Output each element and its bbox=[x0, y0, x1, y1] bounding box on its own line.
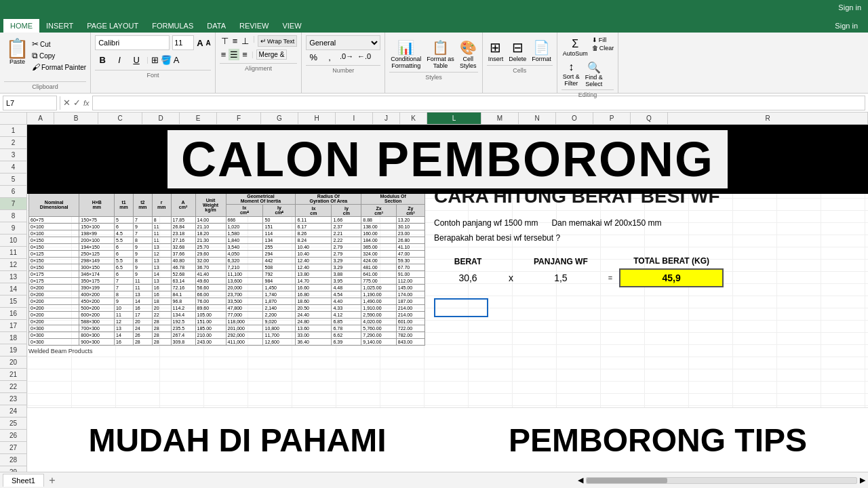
selected-cell-display[interactable] bbox=[434, 298, 488, 317]
row-header-4[interactable]: 4 bbox=[0, 161, 26, 174]
format-cells-button[interactable]: 📄 Format bbox=[530, 38, 553, 64]
row-header-10[interactable]: 10 bbox=[0, 235, 26, 247]
signin-top[interactable]: Sign in bbox=[828, 19, 865, 33]
col-F[interactable]: F bbox=[217, 113, 261, 124]
tab-data[interactable]: DATA bbox=[200, 19, 233, 33]
align-left-button[interactable]: ≡ bbox=[220, 49, 228, 60]
copy-button[interactable]: ⧉ Copy bbox=[32, 51, 86, 60]
font-name-input[interactable] bbox=[95, 35, 170, 50]
formula-input[interactable] bbox=[92, 96, 865, 110]
cancel-formula-button[interactable]: ✕ bbox=[63, 98, 71, 108]
col-H[interactable]: H bbox=[298, 113, 336, 124]
row-header-2[interactable]: 2 bbox=[0, 137, 26, 149]
tab-review[interactable]: REVIEW bbox=[233, 19, 275, 33]
format-painter-button[interactable]: 🖌 Format Painter bbox=[32, 62, 86, 72]
autosum-button[interactable]: Σ AutoSum bbox=[561, 37, 589, 58]
align-middle-button[interactable]: ≡ bbox=[231, 35, 239, 47]
insert-function-button[interactable]: fx bbox=[83, 99, 90, 107]
align-bottom-button[interactable]: ⊥ bbox=[240, 35, 250, 47]
row-header-21[interactable]: 21 bbox=[0, 369, 26, 381]
merge-button[interactable]: Merge & bbox=[256, 49, 288, 60]
percent-button[interactable]: % bbox=[306, 52, 321, 62]
row-header-15[interactable]: 15 bbox=[0, 296, 26, 308]
row-header-23[interactable]: 23 bbox=[0, 393, 26, 405]
find-select-button[interactable]: 🔍 Find & Select bbox=[584, 60, 604, 89]
bold-button[interactable]: B bbox=[95, 52, 110, 67]
tab-pagelayout[interactable]: PAGE LAYOUT bbox=[80, 19, 145, 33]
row-header-6[interactable]: 6 bbox=[0, 186, 26, 198]
row-header-17[interactable]: 17 bbox=[0, 320, 26, 332]
sort-filter-button[interactable]: ↕ Sort & Filter bbox=[561, 60, 581, 89]
col-O[interactable]: O bbox=[556, 113, 593, 124]
row-header-22[interactable]: 22 bbox=[0, 381, 26, 393]
row-header-20[interactable]: 20 bbox=[0, 357, 26, 369]
increase-font-button[interactable]: A bbox=[197, 38, 203, 48]
row-header-19[interactable]: 19 bbox=[0, 344, 26, 357]
decrease-font-button[interactable]: A bbox=[206, 39, 211, 47]
align-top-button[interactable]: ⊤ bbox=[220, 35, 230, 47]
tab-view[interactable]: VIEW bbox=[275, 19, 308, 33]
row-header-26[interactable]: 26 bbox=[0, 430, 26, 442]
row-header-11[interactable]: 11 bbox=[0, 247, 26, 259]
clear-button[interactable]: 🗑Clear bbox=[592, 45, 614, 52]
delete-cells-button[interactable]: ⊟ Delete bbox=[507, 38, 528, 64]
cut-button[interactable]: ✂ Cut bbox=[32, 39, 86, 49]
row-header-25[interactable]: 25 bbox=[0, 418, 26, 430]
align-center-button[interactable]: ☰ bbox=[229, 49, 239, 60]
col-D[interactable]: D bbox=[142, 113, 180, 124]
fill-color-button[interactable]: 🪣 bbox=[161, 55, 172, 65]
align-right-button[interactable]: ≡ bbox=[241, 49, 249, 60]
increase-decimal-button[interactable]: .0→ bbox=[338, 52, 355, 62]
confirm-formula-button[interactable]: ✓ bbox=[73, 98, 81, 108]
col-C[interactable]: C bbox=[98, 113, 142, 124]
row-header-7[interactable]: 7 bbox=[0, 198, 26, 210]
col-R[interactable]: R bbox=[668, 113, 868, 124]
col-M[interactable]: M bbox=[481, 113, 519, 124]
col-L[interactable]: L bbox=[427, 113, 481, 124]
row-header-8[interactable]: 8 bbox=[0, 210, 26, 222]
number-format-select[interactable]: General Number Currency bbox=[306, 35, 380, 50]
col-B[interactable]: B bbox=[54, 113, 98, 124]
add-sheet-button[interactable]: + bbox=[45, 474, 59, 487]
conditional-formatting-button[interactable]: 📊 Conditional Formatting bbox=[389, 38, 422, 70]
row-header-28[interactable]: 28 bbox=[0, 454, 26, 466]
col-K[interactable]: K bbox=[400, 113, 427, 124]
row-header-24[interactable]: 24 bbox=[0, 405, 26, 418]
row-header-5[interactable]: 5 bbox=[0, 174, 26, 186]
col-A[interactable]: A bbox=[27, 113, 54, 124]
row-header-9[interactable]: 9 bbox=[0, 222, 26, 235]
cell-styles-button[interactable]: 🎨 Cell Styles bbox=[458, 38, 478, 70]
paste-button[interactable]: 📋 Paste bbox=[4, 38, 31, 66]
scroll-right-button[interactable]: ▶ bbox=[860, 476, 865, 485]
row-header-3[interactable]: 3 bbox=[0, 149, 26, 161]
wrap-text-button[interactable]: ↵Wrap Text bbox=[258, 35, 297, 47]
col-P[interactable]: P bbox=[593, 113, 631, 124]
border-button[interactable]: ⊞ bbox=[151, 55, 159, 65]
font-color-button[interactable]: A bbox=[174, 55, 180, 65]
col-G[interactable]: G bbox=[261, 113, 298, 124]
name-box[interactable] bbox=[3, 96, 57, 110]
col-N[interactable]: N bbox=[519, 113, 556, 124]
col-I[interactable]: I bbox=[336, 113, 373, 124]
tab-home[interactable]: HOME bbox=[3, 19, 39, 33]
tab-insert[interactable]: INSERT bbox=[39, 19, 80, 33]
row-header-14[interactable]: 14 bbox=[0, 283, 26, 296]
row-header-18[interactable]: 18 bbox=[0, 332, 26, 344]
format-as-table-button[interactable]: 📋 Format as Table bbox=[425, 38, 456, 70]
row-header-1[interactable]: 1 bbox=[0, 125, 26, 137]
fill-button[interactable]: ⬇Fill bbox=[592, 37, 614, 43]
col-J[interactable]: J bbox=[373, 113, 400, 124]
scroll-left-button[interactable]: ◀ bbox=[578, 476, 583, 485]
col-Q[interactable]: Q bbox=[631, 113, 668, 124]
comma-button[interactable]: , bbox=[322, 52, 337, 62]
row-header-29[interactable]: 29 bbox=[0, 466, 26, 472]
underline-button[interactable]: U bbox=[129, 52, 144, 67]
row-header-13[interactable]: 13 bbox=[0, 271, 26, 283]
sheet-tab-sheet1[interactable]: Sheet1 bbox=[3, 474, 44, 487]
insert-cells-button[interactable]: ⊞ Insert bbox=[487, 38, 505, 64]
decrease-decimal-button[interactable]: ←.0 bbox=[356, 52, 372, 62]
col-E[interactable]: E bbox=[180, 113, 217, 124]
row-header-27[interactable]: 27 bbox=[0, 442, 26, 454]
row-header-16[interactable]: 16 bbox=[0, 308, 26, 320]
italic-button[interactable]: I bbox=[112, 52, 127, 67]
